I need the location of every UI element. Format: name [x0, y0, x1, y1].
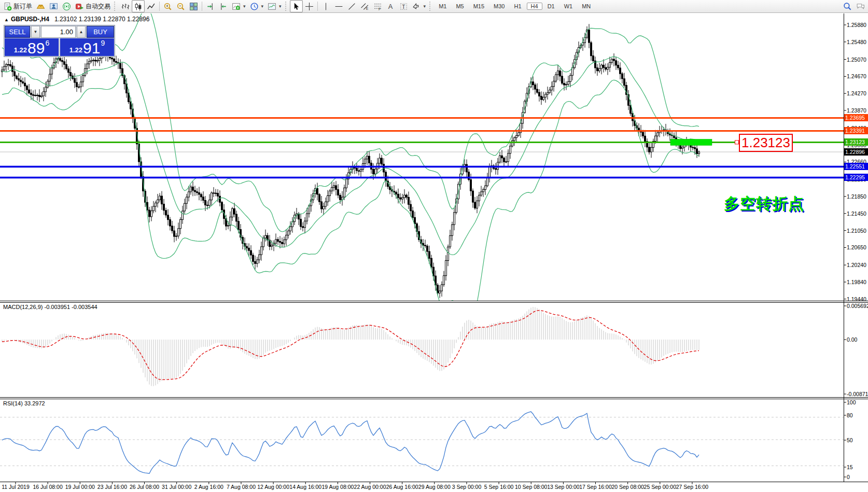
timeframe-D1[interactable]: D1 [543, 3, 559, 10]
fibonacci-tool-icon: F [373, 2, 382, 11]
svg-text:E: E [366, 7, 368, 10]
candle [613, 59, 615, 61]
candle [331, 187, 333, 191]
candle [427, 246, 428, 251]
fibonacci-tool-button[interactable]: F [371, 0, 384, 12]
macd-signal-line [2, 311, 699, 380]
channel-tool-button[interactable]: E [358, 0, 371, 12]
auto-scroll-icon [219, 2, 228, 11]
cursor-button[interactable] [290, 0, 303, 12]
price-line-tag: 1.23123 [844, 138, 868, 146]
candle [26, 86, 28, 90]
highlight-rectangle[interactable] [670, 139, 712, 145]
candle [259, 255, 260, 260]
candle [603, 65, 605, 67]
chat-button[interactable] [854, 0, 867, 12]
candle [14, 72, 16, 76]
macd-indicator-label: MACD(12,26,9) -0.003951 -0.003544 [3, 304, 97, 310]
timeframe-W1[interactable]: W1 [560, 3, 577, 10]
candle [369, 156, 370, 163]
drawn-objects[interactable] [0, 118, 844, 177]
shift-end-button[interactable] [204, 0, 217, 12]
candle [535, 85, 536, 90]
templates-dropdown[interactable] [265, 0, 284, 12]
buy-price-display[interactable]: 1.22919 [60, 38, 114, 56]
candle [533, 82, 534, 85]
candle [279, 242, 281, 243]
candle [589, 30, 590, 43]
timeframe-MN[interactable]: MN [578, 3, 595, 10]
line-chart-button[interactable] [145, 0, 158, 12]
candle [205, 200, 206, 205]
mt4-window: 新订单 自动交易 [0, 0, 868, 492]
chevron-down-icon: ▼ [34, 30, 38, 34]
candle [445, 260, 447, 275]
candle [186, 197, 188, 203]
candle [468, 172, 470, 180]
crosshair-button[interactable] [303, 0, 316, 12]
candle [120, 63, 121, 68]
candle [624, 79, 625, 86]
timeframe-M1[interactable]: M1 [435, 3, 451, 10]
hline-tool-button[interactable] [332, 0, 345, 12]
sell-button[interactable]: SELL [5, 26, 30, 38]
trendline-tool-button[interactable] [345, 0, 358, 12]
pivot-note-text[interactable]: 多空转折点 [724, 193, 804, 215]
macd-pane[interactable] [2, 307, 699, 386]
price-axis-label: 1.20650 [847, 244, 866, 250]
candle [288, 231, 289, 235]
candle [537, 89, 538, 92]
vline-tool-button[interactable] [319, 0, 332, 12]
timeframe-H4[interactable]: H4 [527, 3, 542, 10]
time-axis-label: 19 Jul 00:00 [65, 484, 95, 490]
bar-chart-button[interactable] [119, 0, 132, 12]
timeframe-M30[interactable]: M30 [489, 3, 509, 10]
candle [157, 200, 159, 203]
new-order-button[interactable]: 新订单 [1, 0, 34, 12]
autotrade-button[interactable]: 自动交易 [73, 0, 113, 12]
candle [20, 80, 22, 82]
toolbar: 新订单 自动交易 [0, 0, 868, 13]
candle [76, 82, 78, 87]
candle [605, 67, 607, 69]
chart-canvas[interactable] [0, 13, 868, 492]
sell-price-display[interactable]: 1.22896 [5, 38, 59, 56]
label-tool-button[interactable]: T [397, 0, 410, 12]
candle [454, 213, 455, 225]
annotation-anchor[interactable] [735, 140, 739, 144]
candle [47, 81, 49, 88]
arrows-dropdown[interactable] [410, 0, 428, 12]
signals-button[interactable] [60, 0, 73, 12]
volume-up-button[interactable]: ▲ [77, 26, 86, 38]
timeframe-M15[interactable]: M15 [469, 3, 488, 10]
periods-dropdown[interactable] [248, 0, 266, 12]
buy-button[interactable]: BUY [87, 26, 114, 38]
volume-input[interactable]: 1.00 [41, 26, 76, 38]
timeframe-H1[interactable]: H1 [510, 3, 526, 10]
candle [607, 67, 609, 69]
tile-windows-button[interactable] [187, 0, 200, 12]
zoom-in-button[interactable] [161, 0, 174, 12]
timeframe-M5[interactable]: M5 [452, 3, 468, 10]
search-button[interactable] [841, 0, 854, 12]
macd-axis-label: -0.008717 [847, 391, 868, 397]
candle [379, 158, 381, 163]
rsi-pane[interactable] [0, 412, 844, 473]
shift-end-icon [206, 2, 215, 11]
candlestick-chart-button[interactable] [132, 0, 145, 12]
collapse-marker-icon[interactable]: ▲ [4, 17, 9, 22]
price-axis-label: 1.23870 [847, 107, 866, 114]
candle [340, 195, 341, 200]
candle [184, 203, 186, 211]
text-tool-button[interactable]: A [384, 0, 397, 12]
candle [300, 219, 302, 227]
price-annotation-box[interactable]: 1.23123 [739, 134, 793, 152]
community-button[interactable] [47, 0, 60, 12]
main-price-pane[interactable] [0, 13, 844, 325]
indicators-dropdown[interactable] [230, 0, 248, 12]
zoom-out-button[interactable] [174, 0, 187, 12]
auto-scroll-button[interactable] [217, 0, 230, 12]
sell-price-prefix: 1.22 [14, 46, 27, 54]
volume-down-button[interactable]: ▼ [31, 26, 40, 38]
market-button[interactable] [34, 0, 47, 12]
